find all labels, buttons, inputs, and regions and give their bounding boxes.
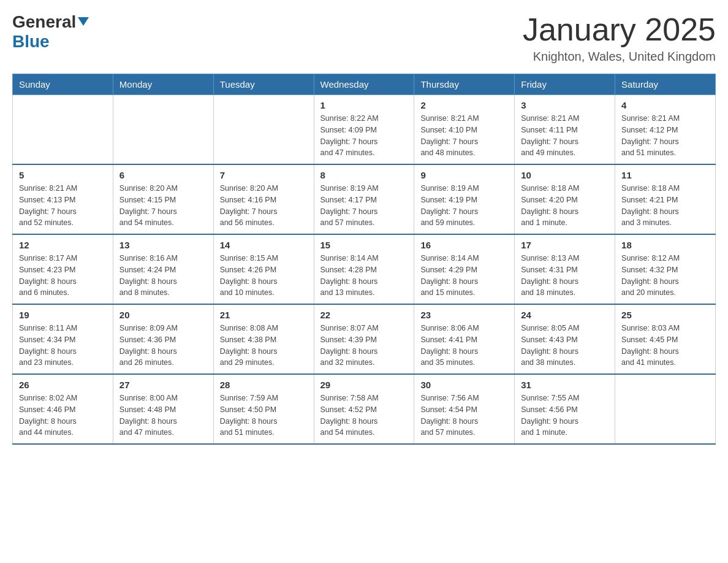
day-info: Sunrise: 8:18 AM Sunset: 4:21 PM Dayligh… (621, 183, 709, 229)
day-number: 24 (521, 310, 609, 320)
day-info: Sunrise: 8:21 AM Sunset: 4:13 PM Dayligh… (19, 183, 107, 229)
weekday-header-sunday: Sunday (13, 74, 113, 95)
calendar-week-row: 5Sunrise: 8:21 AM Sunset: 4:13 PM Daylig… (13, 164, 716, 234)
calendar-cell: 6Sunrise: 8:20 AM Sunset: 4:15 PM Daylig… (113, 164, 213, 234)
day-number: 19 (19, 310, 107, 320)
day-info: Sunrise: 8:21 AM Sunset: 4:10 PM Dayligh… (420, 113, 508, 159)
calendar-cell: 7Sunrise: 8:20 AM Sunset: 4:16 PM Daylig… (213, 164, 314, 234)
day-number: 27 (119, 380, 207, 390)
logo-blue-text: Blue (12, 32, 50, 51)
day-info: Sunrise: 8:07 AM Sunset: 4:39 PM Dayligh… (320, 323, 408, 369)
calendar-cell: 23Sunrise: 8:06 AM Sunset: 4:41 PM Dayli… (414, 304, 515, 374)
logo-general-text: General (12, 12, 76, 32)
day-number: 12 (19, 240, 107, 250)
day-info: Sunrise: 7:59 AM Sunset: 4:50 PM Dayligh… (220, 393, 308, 439)
day-number: 29 (320, 380, 408, 390)
weekday-header-tuesday: Tuesday (213, 74, 314, 95)
weekday-header-monday: Monday (113, 74, 213, 95)
day-info: Sunrise: 8:05 AM Sunset: 4:43 PM Dayligh… (521, 323, 609, 369)
calendar-cell: 28Sunrise: 7:59 AM Sunset: 4:50 PM Dayli… (213, 374, 314, 444)
day-info: Sunrise: 7:55 AM Sunset: 4:56 PM Dayligh… (521, 393, 609, 439)
day-info: Sunrise: 7:58 AM Sunset: 4:52 PM Dayligh… (320, 393, 408, 439)
weekday-header-row: SundayMondayTuesdayWednesdayThursdayFrid… (13, 74, 716, 95)
day-info: Sunrise: 8:19 AM Sunset: 4:19 PM Dayligh… (420, 183, 508, 229)
day-info: Sunrise: 8:02 AM Sunset: 4:46 PM Dayligh… (19, 393, 107, 439)
day-number: 11 (621, 170, 709, 180)
day-info: Sunrise: 8:09 AM Sunset: 4:36 PM Dayligh… (119, 323, 207, 369)
title-area: January 2025 Knighton, Wales, United Kin… (523, 12, 716, 64)
calendar-cell: 18Sunrise: 8:12 AM Sunset: 4:32 PM Dayli… (615, 234, 716, 304)
logo-row: General (12, 12, 89, 32)
day-number: 9 (420, 170, 508, 180)
calendar-cell: 2Sunrise: 8:21 AM Sunset: 4:10 PM Daylig… (414, 95, 515, 165)
day-number: 31 (521, 380, 609, 390)
day-number: 18 (621, 240, 709, 250)
day-info: Sunrise: 8:22 AM Sunset: 4:09 PM Dayligh… (320, 113, 408, 159)
calendar-cell (213, 95, 314, 165)
day-number: 28 (220, 380, 308, 390)
day-info: Sunrise: 8:16 AM Sunset: 4:24 PM Dayligh… (119, 253, 207, 299)
calendar-week-row: 1Sunrise: 8:22 AM Sunset: 4:09 PM Daylig… (13, 95, 716, 165)
calendar-cell: 10Sunrise: 8:18 AM Sunset: 4:20 PM Dayli… (515, 164, 615, 234)
day-info: Sunrise: 8:20 AM Sunset: 4:16 PM Dayligh… (220, 183, 308, 229)
weekday-header-friday: Friday (515, 74, 615, 95)
day-info: Sunrise: 8:08 AM Sunset: 4:38 PM Dayligh… (220, 323, 308, 369)
weekday-header-saturday: Saturday (615, 74, 716, 95)
day-info: Sunrise: 8:12 AM Sunset: 4:32 PM Dayligh… (621, 253, 709, 299)
day-number: 2 (420, 100, 508, 110)
location-text: Knighton, Wales, United Kingdom (523, 50, 716, 64)
calendar-cell: 14Sunrise: 8:15 AM Sunset: 4:26 PM Dayli… (213, 234, 314, 304)
calendar-cell: 17Sunrise: 8:13 AM Sunset: 4:31 PM Dayli… (515, 234, 615, 304)
day-number: 25 (621, 310, 709, 320)
calendar-table: SundayMondayTuesdayWednesdayThursdayFrid… (12, 74, 716, 445)
calendar-cell: 4Sunrise: 8:21 AM Sunset: 4:12 PM Daylig… (615, 95, 716, 165)
calendar-cell: 13Sunrise: 8:16 AM Sunset: 4:24 PM Dayli… (113, 234, 213, 304)
day-number: 15 (320, 240, 408, 250)
day-number: 6 (119, 170, 207, 180)
day-number: 14 (220, 240, 308, 250)
day-number: 22 (320, 310, 408, 320)
calendar-cell: 24Sunrise: 8:05 AM Sunset: 4:43 PM Dayli… (515, 304, 615, 374)
weekday-header-thursday: Thursday (414, 74, 515, 95)
calendar-week-row: 19Sunrise: 8:11 AM Sunset: 4:34 PM Dayli… (13, 304, 716, 374)
day-info: Sunrise: 8:06 AM Sunset: 4:41 PM Dayligh… (420, 323, 508, 369)
calendar-cell: 21Sunrise: 8:08 AM Sunset: 4:38 PM Dayli… (213, 304, 314, 374)
month-title: January 2025 (523, 12, 716, 47)
calendar-cell: 16Sunrise: 8:14 AM Sunset: 4:29 PM Dayli… (414, 234, 515, 304)
day-info: Sunrise: 8:15 AM Sunset: 4:26 PM Dayligh… (220, 253, 308, 299)
day-number: 26 (19, 380, 107, 390)
day-info: Sunrise: 8:17 AM Sunset: 4:23 PM Dayligh… (19, 253, 107, 299)
calendar-cell: 31Sunrise: 7:55 AM Sunset: 4:56 PM Dayli… (515, 374, 615, 444)
day-number: 17 (521, 240, 609, 250)
calendar-cell (113, 95, 213, 165)
day-info: Sunrise: 8:20 AM Sunset: 4:15 PM Dayligh… (119, 183, 207, 229)
calendar-cell: 5Sunrise: 8:21 AM Sunset: 4:13 PM Daylig… (13, 164, 113, 234)
calendar-cell: 3Sunrise: 8:21 AM Sunset: 4:11 PM Daylig… (515, 95, 615, 165)
day-number: 13 (119, 240, 207, 250)
weekday-header-wednesday: Wednesday (314, 74, 414, 95)
calendar-body: 1Sunrise: 8:22 AM Sunset: 4:09 PM Daylig… (13, 95, 716, 445)
day-number: 23 (420, 310, 508, 320)
calendar-cell: 20Sunrise: 8:09 AM Sunset: 4:36 PM Dayli… (113, 304, 213, 374)
calendar-cell: 8Sunrise: 8:19 AM Sunset: 4:17 PM Daylig… (314, 164, 414, 234)
calendar-cell: 25Sunrise: 8:03 AM Sunset: 4:45 PM Dayli… (615, 304, 716, 374)
day-info: Sunrise: 8:03 AM Sunset: 4:45 PM Dayligh… (621, 323, 709, 369)
calendar-cell: 11Sunrise: 8:18 AM Sunset: 4:21 PM Dayli… (615, 164, 716, 234)
day-info: Sunrise: 8:14 AM Sunset: 4:29 PM Dayligh… (420, 253, 508, 299)
day-number: 30 (420, 380, 508, 390)
day-info: Sunrise: 8:11 AM Sunset: 4:34 PM Dayligh… (19, 323, 107, 369)
day-number: 5 (19, 170, 107, 180)
calendar-cell: 12Sunrise: 8:17 AM Sunset: 4:23 PM Dayli… (13, 234, 113, 304)
calendar-cell: 30Sunrise: 7:56 AM Sunset: 4:54 PM Dayli… (414, 374, 515, 444)
calendar-cell: 1Sunrise: 8:22 AM Sunset: 4:09 PM Daylig… (314, 95, 414, 165)
logo-blue-row: Blue (12, 32, 89, 52)
calendar-cell: 9Sunrise: 8:19 AM Sunset: 4:19 PM Daylig… (414, 164, 515, 234)
day-number: 10 (521, 170, 609, 180)
page-header: General Blue January 2025 Knighton, Wale… (12, 12, 716, 64)
calendar-week-row: 26Sunrise: 8:02 AM Sunset: 4:46 PM Dayli… (13, 374, 716, 444)
calendar-cell: 27Sunrise: 8:00 AM Sunset: 4:48 PM Dayli… (113, 374, 213, 444)
day-info: Sunrise: 8:21 AM Sunset: 4:12 PM Dayligh… (621, 113, 709, 159)
day-number: 1 (320, 100, 408, 110)
logo-area: General Blue (12, 12, 89, 52)
calendar-header: SundayMondayTuesdayWednesdayThursdayFrid… (13, 74, 716, 95)
